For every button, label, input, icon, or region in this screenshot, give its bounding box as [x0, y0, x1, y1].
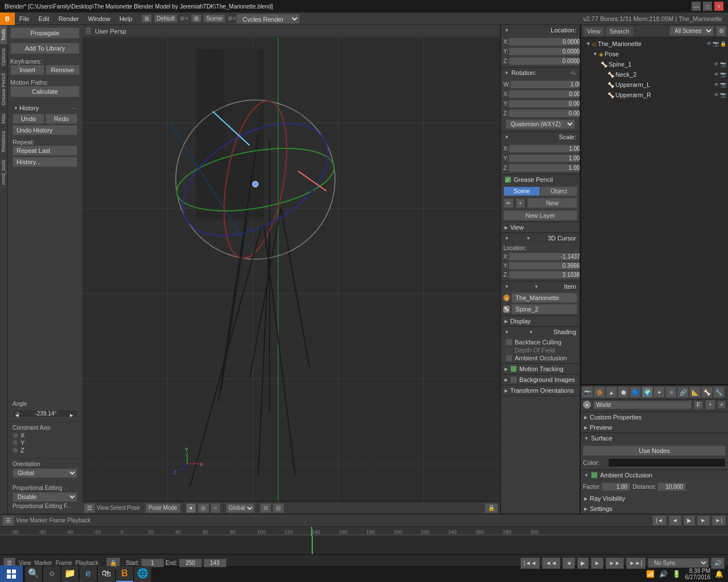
taskbar-search[interactable]: 🔍	[25, 566, 42, 582]
ambient-occlusion-shading-checkbox[interactable]	[506, 355, 512, 361]
viewport-lock-btn[interactable]: 🔒	[485, 503, 498, 513]
upperarm-r-visibility-btn[interactable]: 👁	[714, 92, 719, 98]
view-button[interactable]: View	[97, 505, 109, 511]
taskbar-edge[interactable]: e	[80, 566, 97, 582]
tree-item-marionette[interactable]: ▼ ◇ The_Marionette 👁 📷 🔒	[581, 39, 728, 49]
neck2-render-btn[interactable]: 📷	[720, 72, 726, 77]
viewport-shading-render[interactable]: ○	[210, 503, 221, 513]
angle-slider-right[interactable]: ▸	[70, 411, 75, 416]
transform-orientation-select[interactable]: Global	[226, 503, 255, 513]
viewport-shading-wire[interactable]: ◎	[197, 503, 209, 513]
color-swatch[interactable]	[608, 458, 726, 467]
physics-props-icon[interactable]: ⚛	[665, 386, 677, 398]
maximize-button[interactable]: □	[703, 2, 712, 11]
cursor-section-header[interactable]: ▼ 3D Cursor	[501, 233, 580, 243]
battery-icon[interactable]: 🔋	[672, 570, 681, 578]
viewport-menu-icon[interactable]: ☰	[85, 27, 92, 35]
viewport-canvas[interactable]: X Y Z (143) The_Marionette : Spine_2	[82, 38, 500, 514]
outliner-options-btn[interactable]: ⚙	[716, 26, 726, 36]
taskbar-windows-store[interactable]: 🛍	[98, 566, 115, 582]
remove-button[interactable]: Remove	[46, 65, 80, 75]
history-dots-button[interactable]: History...	[13, 157, 77, 167]
neck2-visibility-btn[interactable]: 👁	[714, 72, 719, 77]
calculate-button[interactable]: Calculate	[10, 86, 80, 97]
axis-y-radio[interactable]	[13, 440, 18, 446]
tree-item-upperarm-l[interactable]: 🦴 Upperarm_L 👁 📷	[581, 80, 728, 90]
factor-input[interactable]	[602, 483, 630, 491]
next-frame-btn[interactable]: ►	[697, 516, 710, 526]
world-props-icon[interactable]: 🌍	[642, 386, 653, 398]
tab-grease-pencil[interactable]: Grease Pencil	[0, 69, 7, 109]
search-tab[interactable]: Search	[606, 27, 633, 36]
rot-x-input[interactable]	[508, 90, 580, 98]
grease-pencil-add-btn[interactable]: +	[516, 198, 525, 208]
marionette-render-btn[interactable]: 📷	[713, 41, 719, 47]
undo-button[interactable]: Undo	[13, 114, 44, 124]
close-button[interactable]: ×	[714, 2, 723, 11]
use-nodes-button[interactable]: Use Nodes	[583, 446, 726, 456]
item-section-header[interactable]: ▼ Item	[501, 281, 580, 292]
loc-z-input[interactable]	[508, 57, 580, 65]
menu-render[interactable]: Render	[54, 14, 84, 23]
redo-button[interactable]: Redo	[46, 114, 77, 124]
tree-item-pose[interactable]: ▼ ◈ Pose	[581, 49, 728, 59]
proportional-editing-select[interactable]: Disable Enable Connected	[13, 492, 77, 502]
shading-section-header[interactable]: ▼ Shading	[501, 327, 580, 337]
audio-btn[interactable]: 🔊	[711, 558, 725, 569]
custom-properties-row[interactable]: ▶ Custom Properties	[581, 412, 728, 422]
tab-misc[interactable]: Misc	[0, 109, 7, 127]
spine1-visibility-btn[interactable]: 👁	[714, 61, 719, 67]
timeline-menu-btn[interactable]: ☰	[2, 516, 14, 526]
bone-props-icon[interactable]: 🦴	[701, 386, 713, 398]
grease-pencil-checkbox[interactable]: ✓	[504, 176, 511, 183]
undo-history-button[interactable]: Undo History	[13, 125, 77, 135]
spine1-render-btn[interactable]: 📷	[720, 61, 726, 67]
menu-edit[interactable]: Edit	[34, 14, 54, 23]
cursor-z-input[interactable]	[508, 271, 580, 279]
world-close-button[interactable]: ×	[718, 401, 726, 409]
depth-of-field-checkbox[interactable]	[506, 347, 512, 354]
jump-end-btn[interactable]: ►|	[712, 516, 726, 526]
scale-y-input[interactable]	[508, 154, 580, 163]
rot-y-input[interactable]	[508, 99, 580, 108]
marionette-lock-btn[interactable]: 🔒	[720, 41, 726, 47]
object-data-icon[interactable]: 📐	[689, 386, 701, 398]
prev-frame-btn[interactable]: ◄	[669, 516, 681, 526]
rot-z-input[interactable]	[508, 109, 580, 118]
timeline-track[interactable]	[0, 536, 728, 554]
windows-start-button[interactable]	[0, 566, 23, 583]
view-section-header[interactable]: ▶ View	[501, 222, 580, 232]
playback-label-sb[interactable]: Playback	[76, 560, 99, 566]
rotation-mode-select[interactable]: Quaternion (WXYZ) XYZ Euler Axis Angle	[506, 119, 575, 129]
upperarm-l-visibility-btn[interactable]: 👁	[714, 82, 719, 88]
surface-section-header[interactable]: ▼ Surface	[581, 433, 728, 443]
menu-file[interactable]: File	[15, 14, 34, 23]
world-f-button[interactable]: F	[694, 401, 703, 409]
modifiers-icon[interactable]: 🔧	[713, 386, 725, 398]
constraints-props-icon[interactable]: 🔗	[677, 386, 689, 398]
pb-jump-end[interactable]: ►►|	[626, 558, 646, 569]
pose-button[interactable]: Pose	[127, 505, 140, 511]
insert-button[interactable]: Insert	[10, 65, 44, 75]
network-icon[interactable]: 📶	[646, 570, 655, 578]
orientation-select[interactable]: Global Local Normal	[13, 468, 77, 478]
notifications-icon[interactable]: 🔔	[715, 570, 723, 578]
settings-row[interactable]: ▶ Settings	[581, 504, 728, 514]
cursor-x-input[interactable]	[508, 252, 580, 261]
cursor-y-input[interactable]	[508, 261, 580, 270]
history-header[interactable]: History —	[13, 103, 77, 113]
marionette-visibility-btn[interactable]: 👁	[706, 41, 712, 47]
world-add-btn[interactable]: +	[705, 400, 715, 410]
angle-slider-left[interactable]: ◂	[15, 411, 20, 416]
tab-mmd-tools[interactable]: mmd_tools	[0, 156, 7, 188]
pb-prev[interactable]: ◄◄	[542, 558, 560, 569]
view-tab[interactable]: View	[584, 27, 604, 36]
object-tab[interactable]: Object	[540, 186, 577, 196]
menu-help[interactable]: Help	[115, 14, 137, 23]
repeat-last-button[interactable]: Repeat Last	[13, 146, 77, 156]
grease-pencil-header[interactable]: ✓ Grease Pencil	[501, 174, 580, 185]
scale-section-header[interactable]: Scale:	[501, 132, 580, 142]
taskbar-blender[interactable]: B	[116, 566, 133, 582]
scale-x-input[interactable]	[508, 144, 580, 153]
minimize-button[interactable]: —	[692, 2, 701, 11]
